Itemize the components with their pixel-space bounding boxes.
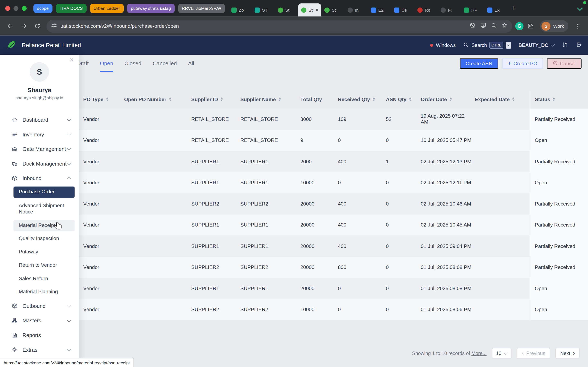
sidebar-subitem-purchase-order[interactable]: Purchase Order xyxy=(0,185,79,199)
sidebar-subitem-advanced-shipment-notice[interactable]: Advanced Shipment Notice xyxy=(0,199,79,219)
tab-group-rrvl-jiomart-3p-w[interactable]: RRVL, JioMart-3P,W xyxy=(178,3,225,13)
table-row[interactable]: VendorSUPPLIER2SUPPLIER220000800001 Jul,… xyxy=(79,257,588,278)
sidebar-item-outbound[interactable]: Outbound xyxy=(0,299,79,313)
global-search[interactable]: Search CTRL k xyxy=(463,42,511,49)
sidebar-item-label: Masters xyxy=(22,318,41,324)
browser-tab-re[interactable]: Re xyxy=(414,3,438,17)
table-row[interactable]: VendorSUPPLIER1SUPPLIER120000400002 Jul,… xyxy=(79,215,588,236)
tab-close-icon[interactable]: × xyxy=(315,7,318,13)
sidebar-subitem-quality-inspection[interactable]: Quality Inspection xyxy=(0,232,79,245)
table-row[interactable]: VendorSUPPLIER2SUPPLIER220000400002 Jul,… xyxy=(79,193,588,215)
url-text[interactable]: uat.stockone.com/v2/#/inbound/purchase-o… xyxy=(61,23,466,29)
zoom-search-icon[interactable] xyxy=(491,22,497,30)
sidebar-item-gate-management[interactable]: Gate Management xyxy=(0,142,79,156)
sidebar-item-extras[interactable]: Extras xyxy=(0,342,79,357)
browser-tab-in[interactable]: In xyxy=(345,3,368,17)
browser-tab-e2[interactable]: E2 xyxy=(368,3,391,17)
sidebar-item-dock-management[interactable]: Dock Management xyxy=(0,156,79,171)
tab-group-urban-ladder[interactable]: Urban Ladder xyxy=(90,3,124,13)
sort-icon[interactable] xyxy=(450,98,452,101)
table-row[interactable]: VendorRETAIL_STORERETAIL_STORE90010 Jul,… xyxy=(79,130,588,151)
browser-tab-rf[interactable]: RF xyxy=(461,3,484,17)
sidebar-subitem-material-receipt[interactable]: Material Receipt xyxy=(0,219,79,232)
next-page-button[interactable]: Next › xyxy=(555,348,580,359)
create-po-button[interactable]: +Create PO xyxy=(502,58,543,69)
tab-group-tira-docs[interactable]: TIRA DOCS xyxy=(56,3,86,13)
table-row[interactable]: VendorSUPPLIER1SUPPLIER1200000001 Jul, 2… xyxy=(79,278,588,299)
new-tab-icon[interactable]: + xyxy=(511,4,515,12)
table-row[interactable]: VendorSUPPLIER1SUPPLIER12000400102 Jul, … xyxy=(79,151,588,172)
sort-icon[interactable] xyxy=(409,98,411,101)
vpn-shield-icon[interactable] xyxy=(470,22,476,30)
browser-tab-st[interactable]: St× xyxy=(298,3,321,17)
site-settings-icon[interactable] xyxy=(51,22,57,30)
column-header-open-po-number[interactable]: Open PO Number xyxy=(120,90,187,109)
browser-tab-zo[interactable]: Zo xyxy=(228,3,251,17)
minimize-window-button[interactable] xyxy=(13,6,18,11)
sort-icon[interactable] xyxy=(169,98,171,101)
install-app-icon[interactable] xyxy=(480,22,486,30)
table-row[interactable]: VendorRETAIL_STORERETAIL_STORE3000109521… xyxy=(79,109,588,130)
table-row[interactable]: VendorSUPPLIER1SUPPLIER1100000002 Jul, 2… xyxy=(79,172,588,193)
address-bar[interactable]: uat.stockone.com/v2/#/inbound/purchase-o… xyxy=(47,20,512,32)
tab-closed[interactable]: Closed xyxy=(125,55,141,72)
sidebar-subitem-material-planning[interactable]: Material Planning xyxy=(0,285,79,299)
tab-group-putaway-strats-stag[interactable]: putaway strats &stag xyxy=(127,3,175,13)
reload-icon[interactable] xyxy=(31,20,43,32)
page-size-select[interactable]: 10 xyxy=(492,348,511,359)
sidebar-item-reports[interactable]: Reports xyxy=(0,328,79,342)
previous-page-button[interactable]: ‹ Previous xyxy=(517,348,550,359)
browser-tab-st[interactable]: St xyxy=(275,3,298,17)
table-row[interactable]: VendorSUPPLIER2SUPPLIER2100000001 Jul, 2… xyxy=(79,299,588,320)
sidebar-subitem-putaway[interactable]: Putaway xyxy=(0,245,79,259)
cell-supplier-id: SUPPLIER2 xyxy=(187,307,236,313)
tab-all[interactable]: All xyxy=(188,55,194,72)
column-header-expected-date[interactable]: Expected Date xyxy=(470,90,530,109)
logout-icon[interactable] xyxy=(576,42,582,49)
more-records-link[interactable]: More... xyxy=(471,350,486,356)
browser-profile-chip[interactable]: S Work xyxy=(540,20,568,32)
close-window-button[interactable] xyxy=(5,6,10,11)
browser-tab-st[interactable]: ST xyxy=(251,3,275,17)
browser-tab-st[interactable]: St xyxy=(321,3,345,17)
sidebar-item-inbound[interactable]: Inbound xyxy=(0,171,79,185)
sort-icon[interactable] xyxy=(278,98,281,101)
close-icon[interactable]: × xyxy=(70,56,73,64)
sidebar-item-inventory[interactable]: Inventory xyxy=(0,127,79,142)
sort-icon[interactable] xyxy=(512,98,515,101)
sidebar-subitem-return-to-vendor[interactable]: Return to Vendor xyxy=(0,259,79,272)
browser-menu-kebab-icon[interactable] xyxy=(571,20,584,32)
sidebar-item-dashboard[interactable]: Dashboard xyxy=(0,112,79,127)
column-header-received-qty[interactable]: Received Qty xyxy=(333,90,381,109)
sort-icon[interactable] xyxy=(373,98,375,101)
tab-search-chevron-icon[interactable] xyxy=(577,5,583,11)
extensions-puzzle-icon[interactable] xyxy=(524,20,537,32)
bookmark-star-icon[interactable] xyxy=(502,22,508,30)
column-header-supplier-name[interactable]: Supplier Name xyxy=(236,90,296,109)
back-icon[interactable] xyxy=(4,20,16,32)
sort-icon[interactable] xyxy=(553,98,555,101)
column-header-status[interactable]: Status xyxy=(530,90,588,109)
column-header-supplier-id[interactable]: Supplier ID xyxy=(187,90,236,109)
sort-icon[interactable] xyxy=(106,98,108,101)
sidebar-subitem-sales-return[interactable]: Sales Return xyxy=(0,272,79,285)
create-asn-button[interactable]: Create ASN xyxy=(459,58,498,69)
forward-icon[interactable] xyxy=(17,20,30,32)
browser-tab-ex[interactable]: Ex xyxy=(484,3,507,17)
column-header-total-qty[interactable]: Total Qty xyxy=(296,90,333,109)
fullscreen-window-button[interactable] xyxy=(22,6,27,11)
browser-tab-us[interactable]: Us xyxy=(391,3,414,17)
tab-open[interactable]: Open xyxy=(100,55,113,72)
tab-cancelled[interactable]: Cancelled xyxy=(153,55,177,72)
sort-toggle-icon[interactable] xyxy=(562,42,568,49)
column-header-po-type[interactable]: PO Type xyxy=(79,90,120,109)
warehouse-selector[interactable]: BEAUTY_DC xyxy=(518,42,554,48)
table-row[interactable]: VendorSUPPLIER1SUPPLIER120000400001 Jul,… xyxy=(79,235,588,257)
sort-icon[interactable] xyxy=(221,98,223,101)
sidebar-item-masters[interactable]: Masters xyxy=(0,313,79,328)
grammarly-extension-icon[interactable]: G xyxy=(515,22,523,30)
browser-tab-fi[interactable]: Fi xyxy=(438,3,461,17)
column-header-order-date[interactable]: Order Date xyxy=(416,90,470,109)
tab-group-scope[interactable]: scope xyxy=(33,3,52,13)
column-header-asn-qty[interactable]: ASN Qty xyxy=(381,90,416,109)
